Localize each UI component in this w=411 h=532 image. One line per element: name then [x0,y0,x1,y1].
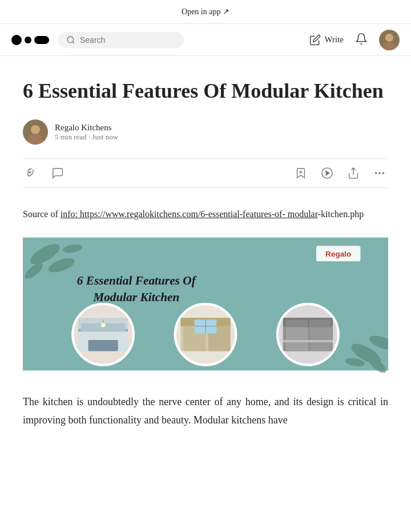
comment-button[interactable] [49,165,66,182]
search-bar[interactable] [58,32,184,48]
more-icon [373,167,386,179]
author-row: Regalo Kitchens 5 min read · Just now [23,119,388,145]
svg-point-13 [376,173,377,174]
write-label: Write [324,35,344,45]
svg-marker-11 [326,171,329,175]
avatar[interactable] [379,30,400,50]
article-title: 6 Essential Features Of Modular Kitchen [23,79,388,103]
search-input[interactable] [80,35,176,45]
comment-icon [51,167,64,179]
article-image: 6 Essential Features Of Modular Kitchen … [23,235,388,375]
svg-point-15 [383,173,384,174]
svg-rect-34 [88,340,118,351]
svg-rect-50 [311,327,332,351]
author-meta: 5 min read · Just now [55,133,118,142]
save-button[interactable] [292,165,309,182]
write-button[interactable]: Write [309,34,344,46]
author-name[interactable]: Regalo Kitchens [55,123,118,133]
clap-button[interactable] [23,165,40,182]
svg-point-0 [67,37,74,43]
logo-rect [34,36,49,44]
source-paragraph: Source of info: https://www.regalokitche… [23,206,388,222]
author-avatar[interactable] [23,119,48,145]
publish-time: Just now [92,133,118,141]
search-icon [66,35,75,45]
svg-point-14 [379,173,380,174]
svg-rect-51 [283,340,333,342]
svg-rect-49 [286,327,308,351]
listen-icon [321,167,333,179]
source-link[interactable]: info: https://www.regalokitchens.com/6-e… [61,209,318,219]
header: Write [0,24,411,56]
svg-line-1 [72,42,74,43]
svg-point-6 [31,125,40,134]
source-suffix: -kitchen.php [318,209,364,219]
listen-button[interactable] [319,165,336,182]
write-icon [309,34,321,46]
open-in-app-link[interactable]: Open in app ↗ [182,7,229,16]
header-right: Write [309,30,400,50]
clap-icon [25,167,38,179]
share-icon [347,167,360,179]
svg-text:Regalo: Regalo [325,250,351,258]
svg-text:6 Essential Features Of: 6 Essential Features Of [77,274,197,287]
medium-logo[interactable] [11,35,49,45]
save-icon [295,167,307,179]
action-right [292,165,388,182]
logo-dot-large [11,35,22,45]
svg-text:Modular Kitchen: Modular Kitchen [92,291,179,305]
action-bar [23,158,388,188]
notifications-bell[interactable] [355,33,368,47]
logo-dot-small [25,37,31,43]
more-options-button[interactable] [371,165,388,182]
main-content: 6 Essential Features Of Modular Kitchen … [11,56,400,452]
open-in-app-banner[interactable]: Open in app ↗ [0,0,411,24]
source-prefix: Source of [23,209,61,219]
svg-point-3 [385,34,393,42]
author-info: Regalo Kitchens 5 min read · Just now [55,123,118,142]
svg-point-36 [101,323,106,327]
action-left [23,165,66,182]
article-image-svg: 6 Essential Features Of Modular Kitchen … [23,235,388,373]
article-body: The kitchen is undoubtedly the nerve cen… [23,393,388,429]
read-time: 5 min read [55,133,87,141]
share-button[interactable] [345,165,362,182]
